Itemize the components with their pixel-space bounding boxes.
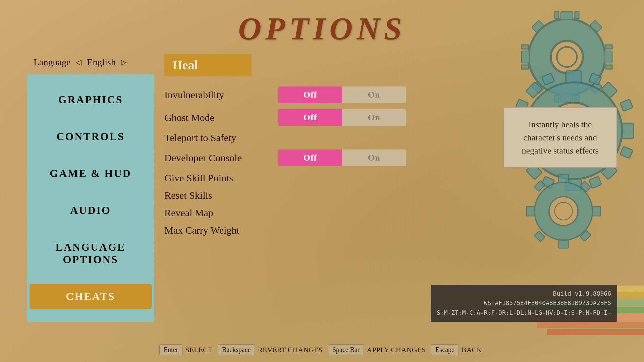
main-layout: Language ◁ English ▷ GRAPHICS CONTROLS G… xyxy=(27,54,617,322)
build-info: Build v1.9.88966 WS:AF18575E4FE040A8E38E… xyxy=(431,285,617,322)
toggle-dev-console-off[interactable]: Off xyxy=(278,149,342,166)
key-space[interactable]: Space Bar xyxy=(328,344,364,355)
language-arrow-right[interactable]: ▷ xyxy=(121,58,127,67)
key-backspace[interactable]: Backspace xyxy=(218,344,255,355)
language-selector: Language ◁ English ▷ xyxy=(27,54,154,74)
option-label-dev-console: Developer Console xyxy=(164,152,272,164)
action-back: BACK xyxy=(462,346,482,354)
option-row-max-carry-weight: Max Carry Weight xyxy=(164,225,617,236)
build-line3: S:M-ZT:M-C:A-R:F-DR:L-DL:N-LG-HV:D-I:S-P… xyxy=(437,308,611,318)
sidebar: Language ◁ English ▷ GRAPHICS CONTROLS G… xyxy=(27,54,154,322)
build-line2: WS:AF18575E4FE040A8E38E81B923DA2BF5 xyxy=(437,298,611,308)
svg-rect-23 xyxy=(620,99,633,111)
sidebar-item-audio[interactable]: AUDIO xyxy=(27,198,154,223)
toggle-ghost-mode[interactable]: Off On xyxy=(278,109,406,126)
key-enter[interactable]: Enter xyxy=(159,344,182,355)
sidebar-item-game-hud[interactable]: GAME & HUD xyxy=(27,161,154,186)
page-title: OPTIONS xyxy=(0,10,644,47)
toggle-dev-console[interactable]: Off On xyxy=(278,149,406,166)
option-label-give-skill-points: Give Skill Points xyxy=(164,172,272,184)
option-row-invulnerability: Invulnerability Off On xyxy=(164,86,617,103)
option-row-reset-skills: Reset Skills xyxy=(164,190,617,201)
toggle-invulnerability[interactable]: Off On xyxy=(278,86,406,103)
content-area: Heal Invulnerability Off On Ghost Mode O… xyxy=(164,54,617,322)
option-label-teleport: Teleport to Safety xyxy=(164,132,272,143)
sidebar-item-controls[interactable]: CONTROLS xyxy=(27,124,154,149)
selected-section-header[interactable]: Heal xyxy=(164,54,252,76)
svg-rect-14 xyxy=(622,123,633,138)
language-label: Language xyxy=(34,57,70,68)
option-row-reveal-map: Reveal Map xyxy=(164,207,617,219)
option-label-invulnerability: Invulnerability xyxy=(164,89,272,101)
svg-rect-24 xyxy=(620,146,633,159)
option-label-reveal-map: Reveal Map xyxy=(164,207,272,219)
option-label-max-carry-weight: Max Carry Weight xyxy=(164,225,272,236)
option-label-reset-skills: Reset Skills xyxy=(164,190,272,201)
toggle-dev-console-on[interactable]: On xyxy=(342,149,406,166)
action-revert: REVERT CHANGES xyxy=(258,346,322,354)
language-value: English xyxy=(87,57,116,68)
option-row-give-skill-points: Give Skill Points xyxy=(164,172,617,184)
action-apply: APPLY CHANGES xyxy=(367,346,426,354)
toggle-ghost-mode-on[interactable]: On xyxy=(342,109,406,126)
option-label-ghost-mode: Ghost Mode xyxy=(164,112,272,123)
sidebar-nav: GRAPHICS CONTROLS GAME & HUD AUDIO LANGU… xyxy=(27,74,154,322)
sidebar-item-cheats[interactable]: CHEATS xyxy=(30,284,152,309)
description-box: Instantly heals the character's needs an… xyxy=(503,107,617,168)
build-line1: Build v1.9.88966 xyxy=(437,289,611,299)
toggle-invulnerability-off[interactable]: Off xyxy=(278,86,342,103)
action-select: SELECT xyxy=(185,346,212,354)
key-escape[interactable]: Escape xyxy=(431,344,459,355)
toggle-ghost-mode-off[interactable]: Off xyxy=(278,109,342,126)
sidebar-item-graphics[interactable]: GRAPHICS xyxy=(27,87,154,112)
toggle-invulnerability-on[interactable]: On xyxy=(342,86,406,103)
language-arrow-left[interactable]: ◁ xyxy=(76,58,82,67)
sidebar-item-language-options[interactable]: LANGUAGE OPTIONS xyxy=(27,235,154,272)
description-text: Instantly heals the character's needs an… xyxy=(522,120,598,156)
bottom-bar: Enter SELECT Backspace REVERT CHANGES Sp… xyxy=(0,344,644,355)
